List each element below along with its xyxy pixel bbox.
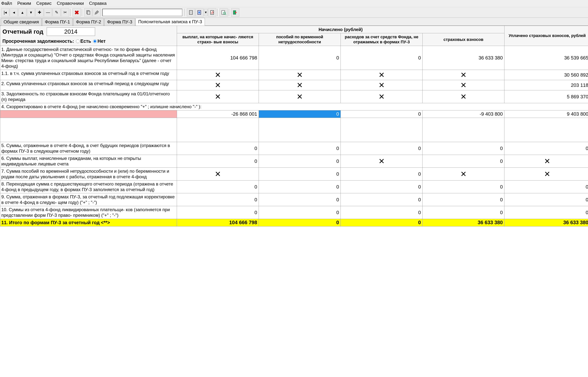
cell[interactable]: 0 <box>341 206 423 219</box>
search-input[interactable] <box>102 9 182 16</box>
cell[interactable]: 0 <box>177 206 259 219</box>
nav-prev-icon[interactable]: ◂ <box>10 8 18 17</box>
table-row: 8. Переходящая сумма с предшествующего о… <box>0 180 588 193</box>
tab-note-pu3[interactable]: Пояснительная записка к ПУ-3 <box>135 18 205 26</box>
tab-pu1[interactable]: Форма ПУ-1 <box>42 18 73 26</box>
header-c4: страховых взносов <box>423 33 504 46</box>
total-row: 11. Итого по формам ПУ-3 за отчетный год… <box>0 219 588 226</box>
cell-disabled: ✕ <box>341 90 423 103</box>
cell[interactable]: 0 <box>504 193 588 206</box>
row-desc: 8. Переходящая сумма с предшествующего о… <box>0 180 177 193</box>
cell-disabled: ✕ <box>177 70 259 80</box>
cell[interactable]: 0 <box>177 180 259 193</box>
toolbar-separator <box>229 9 230 16</box>
delete-icon[interactable]: ✖ <box>73 8 81 17</box>
toolbar-separator <box>217 9 219 16</box>
cell[interactable]: 0 <box>177 193 259 206</box>
main-table: Отчетный год Просроченная задолженность:… <box>0 26 588 226</box>
cell[interactable]: 0 <box>177 155 259 168</box>
cell[interactable]: 0 <box>259 142 341 155</box>
cell[interactable]: 0 <box>504 180 588 193</box>
cell[interactable]: 0 <box>504 142 588 155</box>
table-row: 10. Суммы из отчета 4-фонд ликвидированн… <box>0 206 588 219</box>
table-row: 9. Сумма, отраженная в формах ПУ-3, за о… <box>0 193 588 206</box>
nav-up-icon[interactable]: ▴ <box>18 8 26 17</box>
cell[interactable]: 0 <box>259 193 341 206</box>
cell-disabled: ✕ <box>177 80 259 90</box>
remove-icon[interactable]: — <box>44 8 52 17</box>
cell[interactable]: 5 869 370 <box>504 90 588 103</box>
cell-disabled: ✕ <box>423 90 504 103</box>
cell[interactable]: 0 <box>259 206 341 219</box>
exit-icon[interactable] <box>231 8 239 17</box>
cell[interactable]: 0 <box>423 193 504 206</box>
table-row: 5. Суммы, отраженные в отчете 4-фонд, в … <box>0 142 588 155</box>
cell[interactable]: 36 633 380 <box>423 46 504 70</box>
svg-rect-1 <box>87 11 90 14</box>
cell[interactable]: 0 <box>341 168 423 180</box>
cell[interactable]: 0 <box>341 46 423 70</box>
find-icon[interactable] <box>220 8 228 17</box>
cell-highlight-pink[interactable] <box>0 110 177 118</box>
header-c1: выплат, на которые начис- ляются страхо-… <box>177 33 259 46</box>
cell-active[interactable]: 0 <box>259 110 341 118</box>
tab-pu3[interactable]: Форма ПУ-3 <box>104 18 135 26</box>
document-icon[interactable] <box>187 8 195 17</box>
cell[interactable]: -9 403 800 <box>423 110 504 118</box>
menu-mode[interactable]: Режим <box>17 1 31 6</box>
nav-first-icon[interactable]: |◂ <box>1 8 9 17</box>
svg-rect-7 <box>198 11 200 13</box>
tab-general[interactable]: Общие сведения <box>1 18 42 26</box>
spacer-row <box>0 118 588 142</box>
cell[interactable]: 0 <box>504 206 588 219</box>
copy-icon[interactable] <box>84 8 92 17</box>
preview-icon[interactable] <box>195 8 204 17</box>
cell-disabled: ✕ <box>259 70 341 80</box>
pen-icon[interactable] <box>93 8 101 17</box>
cell[interactable]: 0 <box>423 206 504 219</box>
cell[interactable]: 0 <box>423 142 504 155</box>
cell[interactable]: 36 539 665 <box>504 46 588 70</box>
menu-service[interactable]: Сервис <box>36 1 51 6</box>
dropdown-icon[interactable]: ▼ <box>204 9 208 16</box>
cell[interactable]: 0 <box>259 46 341 70</box>
cell[interactable]: -26 868 001 <box>177 110 259 118</box>
add-icon[interactable]: ✚ <box>35 8 44 17</box>
year-input[interactable] <box>47 27 95 36</box>
cell: 36 633 380 <box>504 219 588 226</box>
overdue-yes[interactable]: Есть <box>76 38 91 44</box>
cell[interactable]: 0 <box>341 142 423 155</box>
menu-dict[interactable]: Справочники <box>57 1 84 6</box>
cell[interactable]: 0 <box>341 110 423 118</box>
overdue-no[interactable]: Нет <box>93 38 106 44</box>
cell[interactable]: 9 403 800 <box>504 110 588 118</box>
cell[interactable]: 0 <box>341 193 423 206</box>
cell-disabled: ✕ <box>423 70 504 80</box>
cell[interactable]: 0 <box>259 168 341 180</box>
cell[interactable]: 0 <box>423 155 504 168</box>
cell[interactable]: 30 560 892 <box>504 70 588 80</box>
cell[interactable]: 0 <box>259 180 341 193</box>
row-desc: 7. Сумма пособий по временной нетрудоспо… <box>0 168 177 180</box>
menu-help[interactable]: Справка <box>89 1 107 6</box>
menu-file[interactable]: Файл <box>1 1 12 6</box>
cell-disabled: ✕ <box>504 168 588 180</box>
edit-icon[interactable]: ✎ <box>52 8 61 17</box>
overdue-label: Просроченная задолженность: <box>2 38 74 44</box>
nav-down-icon[interactable]: ▾ <box>27 8 35 17</box>
cell[interactable]: 0 <box>259 155 341 168</box>
row-desc: 5. Суммы, отраженные в отчете 4-фонд, в … <box>0 142 177 155</box>
cell-disabled: ✕ <box>423 80 504 90</box>
cell-disabled: ✕ <box>177 90 259 103</box>
tab-pu2[interactable]: Форма ПУ-2 <box>73 18 104 26</box>
cut-icon[interactable]: ✂ <box>61 8 69 17</box>
row-desc: 1. Данные государственной статистической… <box>0 46 177 70</box>
cell[interactable]: 0 <box>177 142 259 155</box>
table-row: 1.1. в т.ч. сумма уплаченных страховых в… <box>0 70 588 80</box>
cell[interactable]: 203 118 <box>504 80 588 90</box>
cell[interactable]: 104 666 798 <box>177 46 259 70</box>
header-accrued: Начислено (рублей) <box>177 26 504 33</box>
cell[interactable]: 0 <box>341 180 423 193</box>
refresh-icon[interactable] <box>208 8 216 17</box>
cell[interactable]: 0 <box>423 180 504 193</box>
